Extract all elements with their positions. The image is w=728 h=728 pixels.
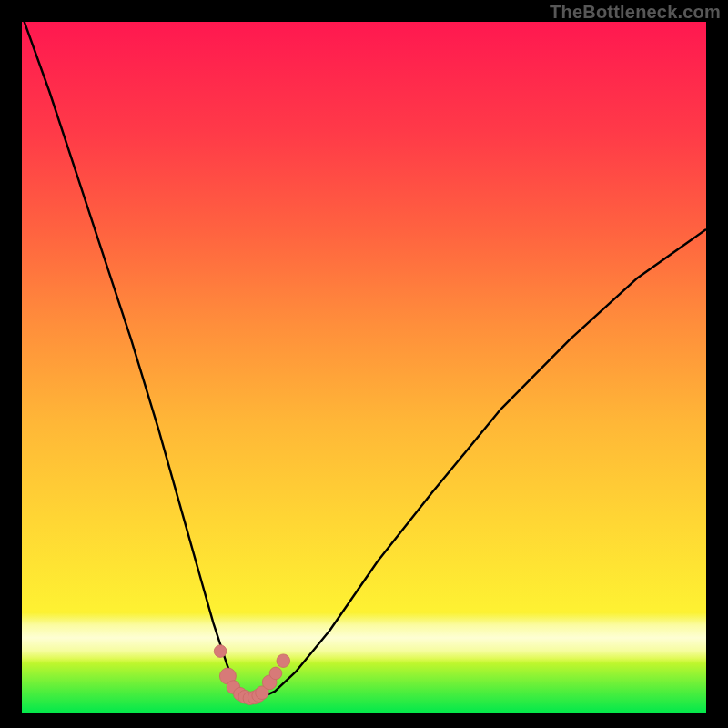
curve-markers	[214, 645, 289, 705]
marker-dot	[214, 645, 227, 658]
watermark-text: TheBottleneck.com	[550, 2, 721, 23]
chart-svg	[22, 22, 706, 713]
chart-frame	[22, 22, 706, 713]
marker-dot	[277, 654, 290, 668]
marker-dot	[269, 667, 282, 680]
bottleneck-curve	[22, 22, 706, 699]
